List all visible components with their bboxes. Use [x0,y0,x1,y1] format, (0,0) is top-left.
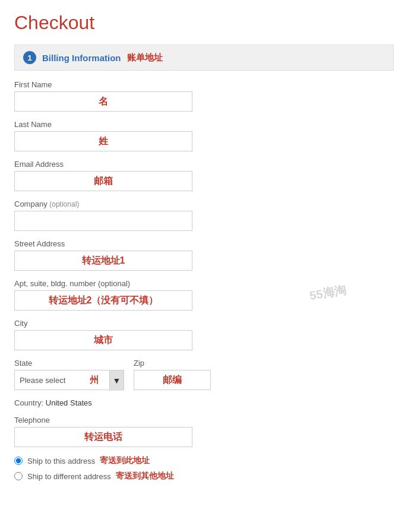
ship-this-label-en: Ship to this address [27,457,95,466]
last-name-input[interactable]: 姓 [14,131,192,151]
ship-this-address-option[interactable]: Ship to this address 寄送到此地址 [14,455,394,466]
email-label: Email Address [14,160,394,169]
ship-different-label-cn: 寄送到其他地址 [116,471,174,482]
billing-section-header: 1 Billing Information 账单地址 [14,45,394,71]
ship-this-radio[interactable] [14,457,23,465]
apt-group: Apt, suite, bldg. number (optional) 转运地址… [14,279,394,311]
city-placeholder: 城市 [20,334,187,347]
country-line: Country: United States [14,398,394,407]
telephone-label: Telephone [14,416,394,425]
page-title: Checkout [14,12,394,34]
zip-group: Zip 邮编 [134,359,211,390]
section-number: 1 [23,51,36,64]
section-title-en: Billing Information [42,53,121,63]
email-input[interactable]: 邮箱 [14,171,192,191]
shipping-options: Ship to this address 寄送到此地址 Ship to diff… [14,455,394,482]
ship-different-radio[interactable] [14,472,23,480]
dropdown-arrow-icon[interactable]: ▼ [109,370,124,391]
city-input[interactable]: 城市 [14,330,192,350]
country-value: United States [46,398,92,407]
apt-input[interactable]: 转运地址2（没有可不填） [14,290,192,311]
telephone-group: Telephone 转运电话 [14,416,394,447]
company-input[interactable] [14,211,192,231]
street-placeholder: 转运地址1 [20,255,187,267]
country-label: Country: [14,398,43,407]
telephone-input[interactable]: 转运电话 [14,427,192,447]
first-name-label: First Name [14,80,394,89]
zip-placeholder: 邮编 [134,374,210,387]
apt-placeholder: 转运地址2（没有可不填） [20,294,187,307]
state-cn-label: 州 [86,375,102,386]
state-label: State [14,359,124,368]
apt-label: Apt, suite, bldg. number (optional) [14,279,394,288]
zip-input[interactable]: 邮编 [134,370,211,390]
state-select[interactable]: Please select [15,370,86,390]
ship-different-label-en: Ship to different address [27,472,111,481]
state-group: State Please select 州 ▼ [14,359,124,390]
street-group: Street Address 转运地址1 [14,239,394,271]
city-group: City 城市 [14,319,394,350]
company-label: Company (optional) [14,200,394,208]
street-label: Street Address [14,239,394,248]
ship-different-address-option[interactable]: Ship to different address 寄送到其他地址 [14,471,394,482]
first-name-input[interactable]: 名 [14,91,192,112]
email-group: Email Address 邮箱 [14,160,394,191]
first-name-placeholder: 名 [20,96,187,108]
email-placeholder: 邮箱 [20,175,187,188]
company-group: Company (optional) [14,200,394,231]
last-name-placeholder: 姓 [20,135,187,148]
street-input[interactable]: 转运地址1 [14,251,192,271]
first-name-group: First Name 名 [14,80,394,112]
state-select-wrapper[interactable]: Please select 州 ▼ [14,370,124,390]
last-name-label: Last Name [14,120,394,129]
last-name-group: Last Name 姓 [14,120,394,151]
ship-this-label-cn: 寄送到此地址 [100,455,150,466]
zip-label: Zip [134,359,211,368]
section-title-cn: 账单地址 [127,52,163,64]
city-label: City [14,319,394,328]
telephone-placeholder: 转运电话 [20,431,187,444]
state-zip-row: State Please select 州 ▼ Zip 邮编 [14,359,394,390]
